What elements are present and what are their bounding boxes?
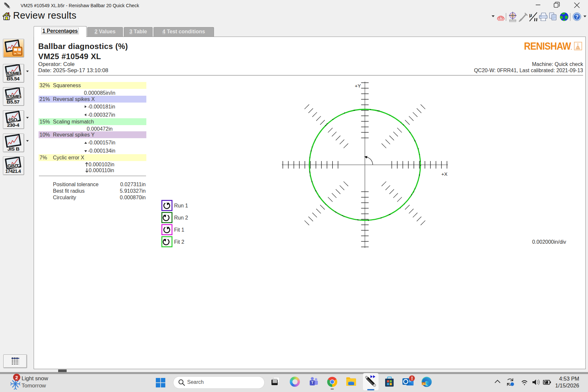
svg-text:ASME: ASME xyxy=(6,94,20,99)
svg-text:ASME: ASME xyxy=(6,71,20,76)
svg-text:GB/T: GB/T xyxy=(7,163,19,169)
svg-text:230-4: 230-4 xyxy=(7,122,19,128)
svg-text:+X: +X xyxy=(441,171,448,177)
svg-text:B5.54: B5.54 xyxy=(7,76,20,81)
svg-text:17421.4: 17421.4 xyxy=(5,169,21,174)
svg-text:B5.57: B5.57 xyxy=(7,99,20,105)
svg-text:JIS B: JIS B xyxy=(8,146,20,152)
svg-text:T: T xyxy=(311,381,314,384)
svg-text:2: 2 xyxy=(15,375,18,380)
svg-text:µ: µ xyxy=(529,12,532,18)
svg-text:+Y: +Y xyxy=(355,83,361,89)
svg-text:?: ? xyxy=(575,14,579,20)
svg-text:ISO: ISO xyxy=(9,117,17,122)
